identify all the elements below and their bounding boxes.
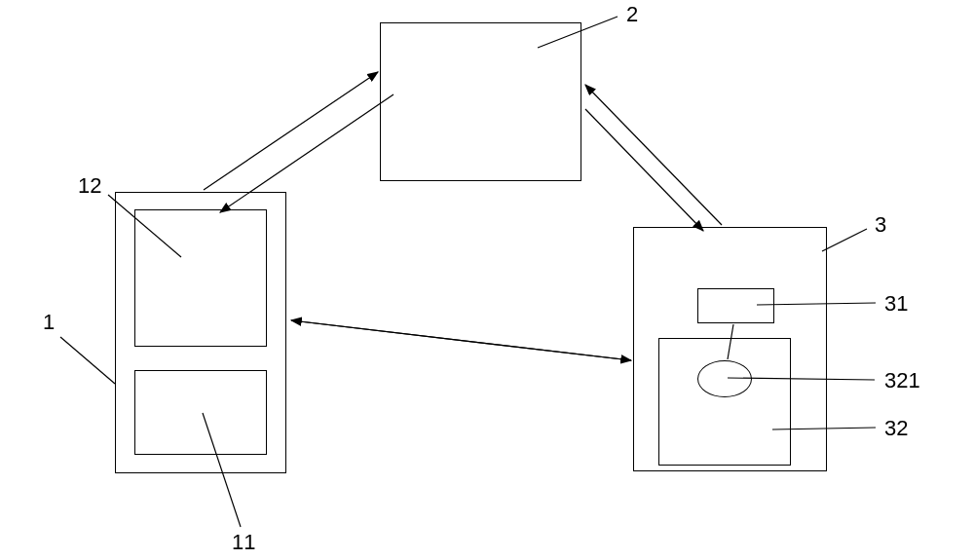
box-31 (697, 288, 774, 323)
box-32 (658, 338, 791, 466)
diagram-container: 2 12 1 11 3 31 321 32 (0, 0, 974, 560)
ellipse-321 (697, 360, 752, 397)
svg-line-3 (585, 85, 722, 225)
label-2: 2 (626, 2, 638, 27)
label-3: 3 (875, 212, 886, 238)
box-2 (380, 22, 581, 181)
label-12: 12 (78, 173, 101, 199)
box-11 (134, 370, 267, 455)
svg-line-1 (204, 72, 378, 190)
svg-line-4 (585, 109, 703, 231)
label-1: 1 (43, 310, 55, 335)
label-11: 11 (232, 530, 255, 555)
svg-line-12 (822, 229, 867, 251)
svg-line-5 (291, 320, 631, 360)
label-321: 321 (884, 368, 920, 393)
svg-line-6 (291, 320, 631, 360)
box-12 (134, 209, 267, 347)
label-31: 31 (884, 291, 908, 317)
label-32: 32 (884, 416, 908, 441)
svg-line-10 (60, 337, 115, 384)
